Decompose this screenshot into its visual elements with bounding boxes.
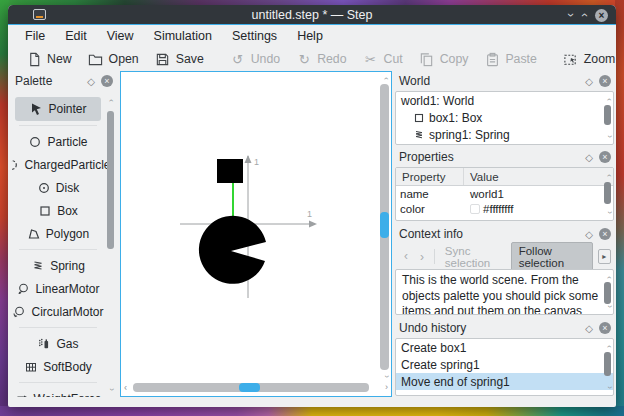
context-scroll-down-icon[interactable]: › (605, 305, 614, 308)
canvas-scroll-up-icon[interactable]: › (382, 77, 391, 80)
context-back-icon[interactable]: › (398, 251, 414, 263)
titlebar[interactable]: untitled.step * — Step › › × (8, 5, 616, 25)
canvas-scroll-right-icon[interactable]: › (385, 383, 388, 392)
disk-object[interactable] (199, 216, 266, 284)
new-button[interactable]: New (18, 51, 80, 67)
canvas-scroll-left-icon[interactable]: › (124, 383, 127, 392)
follow-selection-button[interactable]: Follow selection (511, 242, 593, 272)
palette-item-disk[interactable]: Disk (11, 176, 105, 199)
menu-view[interactable]: View (97, 27, 144, 45)
value-cell[interactable]: #ffffffff (464, 203, 514, 215)
undo-button[interactable]: ↺ Undo (222, 51, 288, 67)
copy-button[interactable]: Copy (411, 51, 477, 67)
menu-help[interactable]: Help (287, 27, 333, 45)
property-row-time[interactable]: time 0.0 s (396, 216, 613, 221)
canvas-scene[interactable]: 1 1 (121, 72, 391, 396)
zoom-in-button[interactable]: Zoom In (555, 51, 616, 67)
maximize-button[interactable]: › (578, 13, 590, 17)
palette-scroll-up-icon[interactable]: › (107, 99, 116, 102)
undo-item-create-spring1[interactable]: Create spring1 (396, 356, 613, 373)
property-cell[interactable]: time (396, 218, 464, 222)
minimize-button[interactable]: › (565, 13, 577, 17)
canvas-horizontal-scrollbar[interactable] (239, 383, 260, 392)
main-toolbar: New Open Save ↺ Undo ↻ Redo (8, 47, 616, 71)
cut-button-label: Cut (384, 52, 403, 66)
box1-object[interactable] (217, 159, 243, 183)
paste-button-label: Paste (505, 52, 536, 66)
undo-scroll-down-icon[interactable]: › (605, 386, 614, 389)
property-row-color[interactable]: color #ffffffff (396, 201, 613, 216)
properties-scroll-up-icon[interactable]: › (605, 174, 614, 177)
menu-settings[interactable]: Settings (222, 27, 287, 45)
value-column-header[interactable]: Value (464, 171, 499, 183)
palette-item-box[interactable]: Box (11, 199, 105, 222)
property-cell[interactable]: color (396, 203, 464, 215)
menu-simulation[interactable]: Simulation (144, 27, 222, 45)
undo-item-move-end-of-spring1[interactable]: Move end of spring1 (396, 373, 613, 390)
property-cell[interactable]: name (396, 188, 464, 200)
canvas-scroll-down-icon[interactable]: › (382, 375, 391, 378)
value-cell[interactable]: world1 (464, 188, 504, 200)
palette-scroll-down-icon[interactable]: › (107, 388, 116, 391)
palette-item-pointer[interactable]: Pointer (15, 97, 101, 121)
tree-item-spring1[interactable]: spring1: Spring (396, 126, 613, 143)
palette-item-linearmotor[interactable]: LinearMotor (11, 277, 105, 300)
close-panel-icon[interactable]: × (599, 151, 611, 163)
menu-edit[interactable]: Edit (55, 27, 97, 45)
palette-item-circularmotor[interactable]: CircularMotor (11, 300, 105, 323)
context-forward-icon[interactable]: › (414, 251, 430, 263)
context-text-line: items and put them on the canvas (402, 304, 607, 315)
save-button[interactable]: Save (147, 51, 212, 67)
paste-button[interactable]: Paste (476, 51, 544, 67)
properties-scrollbar[interactable] (604, 182, 611, 204)
world-scroll-down-icon[interactable]: › (605, 135, 614, 138)
float-panel-icon[interactable]: ◇ (87, 76, 95, 87)
palette-scrollbar[interactable] (107, 111, 114, 249)
world-scroll-up-icon[interactable]: › (605, 98, 614, 101)
redo-button[interactable]: ↻ Redo (288, 51, 354, 67)
circular-motor-icon (12, 305, 26, 319)
world-scene-canvas[interactable]: 1 1 › › › › (120, 71, 392, 397)
property-row-name[interactable]: name world1 (396, 186, 613, 201)
tree-item-label: spring1: Spring (429, 128, 510, 142)
palette-item-label: Pointer (48, 102, 86, 116)
palette-item-gas[interactable]: Gas (11, 332, 105, 355)
soft-body-icon (24, 360, 38, 374)
tree-item-box1[interactable]: box1: Box (396, 109, 613, 126)
value-cell[interactable]: 0.0 s (464, 218, 495, 222)
world-scrollbar[interactable] (604, 105, 611, 125)
undo-scrollbar[interactable] (604, 352, 611, 376)
properties-table: Property Value name world1 color #ffffff… (395, 167, 614, 221)
open-button[interactable]: Open (80, 51, 147, 67)
palette-item-chargedparticle[interactable]: ChargedParticle (11, 153, 105, 176)
close-panel-icon[interactable]: × (599, 228, 611, 240)
menu-file[interactable]: File (15, 27, 55, 45)
float-panel-icon[interactable]: ◇ (585, 229, 593, 240)
palette-item-polygon[interactable]: Polygon (11, 222, 105, 245)
save-button-label: Save (176, 52, 204, 66)
context-scroll-up-icon[interactable]: › (605, 276, 614, 279)
canvas-vertical-scrollbar[interactable] (380, 212, 389, 238)
property-column-header[interactable]: Property (396, 168, 464, 185)
close-panel-icon[interactable]: × (101, 75, 113, 87)
palette-item-weightforce[interactable]: WeightForce (11, 387, 105, 397)
float-panel-icon[interactable]: ◇ (585, 152, 593, 163)
tree-item-world1[interactable]: world1: World (396, 92, 613, 109)
close-button[interactable]: × (595, 9, 608, 22)
cut-button[interactable]: ✂ Cut (355, 51, 411, 67)
context-scrollbar[interactable] (604, 282, 611, 304)
close-panel-icon[interactable]: × (599, 322, 611, 334)
linear-motor-icon (16, 282, 30, 296)
undo-history-panel-title: Undo history (399, 321, 585, 335)
close-panel-icon[interactable]: × (599, 75, 611, 87)
properties-scroll-down-icon[interactable]: › (605, 211, 614, 214)
undo-item-create-box1[interactable]: Create box1 (396, 339, 613, 356)
palette-item-spring[interactable]: Spring (11, 254, 105, 277)
float-panel-icon[interactable]: ◇ (585, 76, 593, 87)
palette-item-particle[interactable]: Particle (11, 130, 105, 153)
detach-context-icon[interactable]: ▸ (598, 249, 611, 264)
palette-item-softbody[interactable]: SoftBody (11, 355, 105, 378)
sync-selection-button[interactable]: Sync selection (439, 243, 511, 271)
float-panel-icon[interactable]: ◇ (585, 323, 593, 334)
undo-scroll-up-icon[interactable]: › (605, 345, 614, 348)
